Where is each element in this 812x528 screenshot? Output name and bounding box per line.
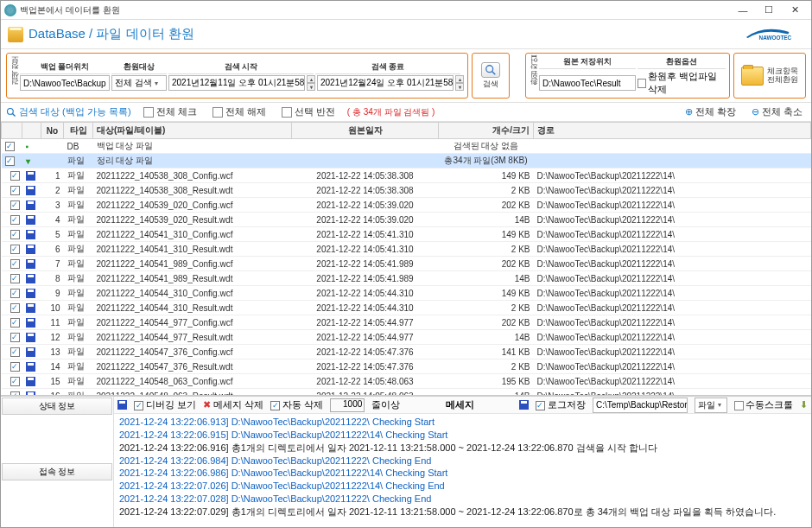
file-grid[interactable]: No 타입 대상(파일/테이블) 원본일자 개수/크기 경로 ✓▪DB백업 대상… <box>1 122 811 396</box>
page-title: DataBase / 파일 데이터 환원 <box>29 26 744 42</box>
row-checkbox[interactable]: ✓ <box>10 318 20 328</box>
file-icon <box>26 186 35 195</box>
row-checkbox[interactable]: ✓ <box>5 142 15 151</box>
log-body[interactable]: 2021-12-24 13:22:06.913] D:\NawooTec\Bac… <box>114 414 811 527</box>
table-row[interactable]: ✓2파일20211222_140538_308_Result.wdt2021-1… <box>2 183 811 198</box>
delete-icon: ✖ <box>203 399 211 410</box>
col-no[interactable]: No <box>41 123 64 139</box>
check-all-button[interactable]: 전체 체크 <box>140 105 200 119</box>
save-log-checkbox[interactable]: ✓ <box>536 401 545 410</box>
row-checkbox[interactable]: ✓ <box>10 200 20 210</box>
debug-view-checkbox[interactable]: ✓ <box>134 401 143 410</box>
uncheck-all-button[interactable]: 전체 해제 <box>209 105 270 119</box>
start-down-button[interactable]: ▾ <box>307 83 315 91</box>
invert-selection-button[interactable]: 선택 반전 <box>278 105 339 119</box>
row-checkbox[interactable]: ✓ <box>10 347 20 357</box>
row-checkbox[interactable]: ✓ <box>10 230 20 239</box>
h-search-start: 검색 시작 <box>168 60 314 74</box>
folder-icon <box>741 67 764 86</box>
manual-scroll-checkbox[interactable] <box>734 401 744 410</box>
table-row[interactable]: ✓16파일20211222_140548_063_Result.wdt2021-… <box>2 389 811 397</box>
table-row[interactable]: ✓3파일20211222_140539_020_Config.wcf2021-1… <box>2 198 811 213</box>
col-icon[interactable] <box>22 123 41 139</box>
row-checkbox[interactable]: ✓ <box>10 289 20 298</box>
table-row[interactable]: ✓7파일20211222_140541_989_Config.wcf2021-1… <box>2 257 811 271</box>
col-type[interactable]: 타입 <box>64 123 93 139</box>
maximize-button[interactable]: ☐ <box>756 3 782 18</box>
msg-delete-button[interactable]: 메세지 삭제 <box>213 398 263 411</box>
table-row[interactable]: ✓9파일20211222_140544_310_Config.wcf2021-1… <box>2 286 811 301</box>
row-checkbox[interactable]: ✓ <box>5 156 15 166</box>
col-target[interactable]: 대상(파일/테이블) <box>93 123 292 139</box>
line-count-input[interactable]: 1000 <box>330 398 365 412</box>
table-row[interactable]: ✓15파일20211222_140548_063_Config.wcf2021-… <box>2 374 811 389</box>
delete-after-restore-checkbox[interactable] <box>638 79 646 88</box>
row-checkbox[interactable]: ✓ <box>10 186 20 195</box>
table-row[interactable]: ✓5파일20211222_140541_310_Config.wcf2021-1… <box>2 227 811 242</box>
table-row[interactable]: ✓13파일20211222_140547_376_Config.wcf2021-… <box>2 345 811 359</box>
state-info-button[interactable]: 상태 정보 <box>2 398 112 415</box>
original-path-input[interactable]: D:\NawooTec\Result <box>539 75 636 91</box>
folder-tree-icon[interactable]: ▾ <box>26 156 30 166</box>
search-button-label: 검색 <box>483 79 498 90</box>
table-row[interactable]: ✓14파일20211222_140547_376_Result.wdt2021-… <box>2 359 811 374</box>
save-icon <box>117 400 127 410</box>
col-size[interactable]: 개수/크기 <box>439 123 534 139</box>
expand-all-button[interactable]: ⊕전체 확장 <box>682 105 739 119</box>
search-summary: ( 총 34개 파일 검색됨 ) <box>347 106 435 118</box>
log-type-combo[interactable]: 파일 <box>695 398 727 413</box>
nawootec-logo: NAWOOTEC <box>744 26 804 43</box>
connection-info-button[interactable]: 접속 정보 <box>2 463 112 480</box>
row-checkbox[interactable]: ✓ <box>10 245 20 254</box>
delete-after-restore-label: 환원후 백업파일 삭제 <box>648 70 726 96</box>
minimize-button[interactable]: — <box>730 3 756 18</box>
col-path[interactable]: 경로 <box>534 123 811 139</box>
uncheck-icon <box>213 107 223 118</box>
search-end-input[interactable]: 2021년12월24일 오후 01시21분58초 <box>317 75 454 91</box>
end-down-button[interactable]: ▾ <box>455 83 464 91</box>
close-button[interactable]: ✕ <box>782 3 808 18</box>
restore-target-combo[interactable]: 전체 검색 <box>111 75 167 91</box>
table-row[interactable]: ✓4파일20211222_140539_020_Result.wdt2021-1… <box>2 213 811 227</box>
search-start-input[interactable]: 2021년12월11일 오후 01시21분58초 <box>168 75 305 91</box>
table-row[interactable]: ✓8파일20211222_140541_989_Result.wdt2021-1… <box>2 271 811 286</box>
manual-scroll-label: 수동스크롤 <box>745 399 793 410</box>
table-row[interactable]: ✓11파일20211222_140544_977_Config.wcf2021-… <box>2 315 811 330</box>
table-row[interactable]: ✓10파일20211222_140544_310_Result.wdt2021-… <box>2 301 811 315</box>
header: DataBase / 파일 데이터 환원 NAWOOTEC <box>1 20 811 49</box>
invert-icon <box>282 107 292 118</box>
save-log-label: 로그저장 <box>548 399 586 410</box>
col-check[interactable] <box>2 123 22 139</box>
row-checkbox[interactable]: ✓ <box>10 303 20 313</box>
table-row[interactable]: ✓12파일20211222_140544_977_Result.wdt2021-… <box>2 330 811 345</box>
scroll-bottom-icon[interactable]: ⬇ <box>800 399 808 410</box>
row-checkbox[interactable]: ✓ <box>10 274 20 283</box>
folder-tree-icon[interactable]: ▪ <box>26 142 29 151</box>
debug-view-label: 디버깅 보기 <box>146 399 196 410</box>
row-checkbox[interactable]: ✓ <box>10 362 20 372</box>
row-checkbox[interactable]: ✓ <box>10 377 20 386</box>
log-path-input[interactable]: C:\Temp\Backup\Restore <box>593 398 688 413</box>
table-row[interactable]: ✓1파일20211222_140538_308_Config.wcf2021-1… <box>2 169 811 183</box>
search-button[interactable] <box>481 62 500 78</box>
backup-folder-input[interactable]: D:\NawooTec\Backup <box>20 75 110 91</box>
file-icon <box>26 347 35 357</box>
check-icon <box>143 107 154 118</box>
row-checkbox[interactable]: ✓ <box>10 259 20 269</box>
row-checkbox[interactable]: ✓ <box>10 215 20 225</box>
file-icon <box>26 230 35 239</box>
save-log-icon <box>519 400 529 410</box>
log-toolbar: ✓ 디버깅 보기 ✖메세지 삭제 ✓ 자동 삭제 1000 줄이상 메세지 ✓ … <box>114 397 811 414</box>
col-date[interactable]: 원본일자 <box>292 123 439 139</box>
start-up-button[interactable]: ▴ <box>307 75 315 83</box>
collapse-all-button[interactable]: ⊖전체 축소 <box>748 105 806 119</box>
auto-delete-checkbox[interactable]: ✓ <box>270 401 280 410</box>
table-row[interactable]: ✓6파일20211222_140541_310_Result.wdt2021-1… <box>2 242 811 257</box>
row-checkbox[interactable]: ✓ <box>10 171 20 181</box>
group-row[interactable]: ✓▾파일정리 대상 파일총34개 파일(3M 8KB) <box>2 154 811 169</box>
grid-header-row: No 타입 대상(파일/테이블) 원본일자 개수/크기 경로 <box>2 123 811 139</box>
end-up-button[interactable]: ▴ <box>455 75 464 83</box>
restore-all-button[interactable]: 체크항목 전체환원 <box>738 65 802 87</box>
row-checkbox[interactable]: ✓ <box>10 333 20 342</box>
group-row[interactable]: ✓▪DB백업 대상 파일검색된 대상 없음 <box>2 139 811 154</box>
